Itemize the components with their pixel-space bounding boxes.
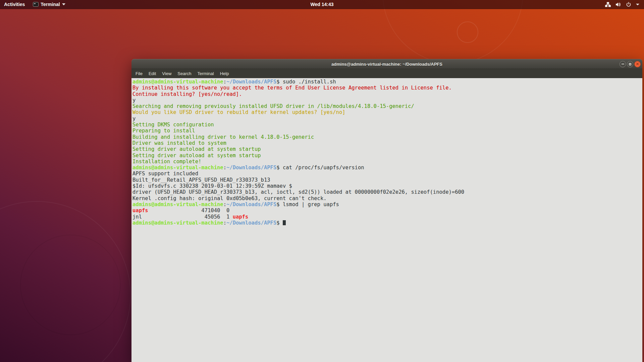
terminal-line: APFS support included (132, 171, 642, 177)
close-icon: ✕ (636, 62, 639, 66)
terminal-cursor (283, 220, 286, 225)
close-button[interactable]: ✕ (634, 61, 641, 67)
terminal-line: admins@admins-virtual-machine:~/Download… (132, 79, 642, 85)
terminal-line: admins@admins-virtual-machine:~/Download… (132, 220, 642, 226)
menu-edit[interactable]: Edit (146, 70, 159, 77)
window-title-bar[interactable]: admins@admins-virtual-machine: ~/Downloa… (131, 59, 642, 69)
terminal-line: Building and installing driver to kernel… (132, 134, 642, 140)
terminal-line: Kernel .config hash: original 0xd05b0e63… (132, 195, 642, 201)
power-icon (626, 2, 631, 7)
maximize-icon (629, 63, 631, 65)
terminal-line: jnl 45056 1 uapfs (132, 214, 642, 220)
wallpaper-circle-decoration (457, 21, 478, 43)
terminal-line: By installing this software you accept t… (132, 85, 642, 91)
activities-button[interactable]: Activities (0, 0, 29, 9)
top-panel: Activities Terminal Wed 14:43 (0, 0, 644, 9)
terminal-menu-bar: File Edit View Search Terminal Help (131, 69, 642, 78)
minimize-icon (622, 64, 624, 64)
terminal-line: y (132, 116, 642, 122)
minimize-button[interactable] (620, 61, 626, 67)
menu-file[interactable]: File (132, 70, 146, 77)
app-menu-label: Terminal (41, 2, 60, 7)
terminal-line: uapfs 471040 0 (132, 207, 642, 214)
chevron-down-icon (636, 4, 639, 5)
terminal-line: Built_for__Retail_APFS_UFSD_HEAD_r330373… (132, 177, 642, 183)
terminal-line: Continue installing? [yes/no/read]. (132, 91, 642, 97)
terminal-line: admins@admins-virtual-machine:~/Download… (132, 201, 642, 207)
terminal-line: Setting driver autoload at system startu… (132, 153, 642, 159)
app-menu-terminal[interactable]: Terminal (29, 0, 69, 9)
chevron-down-icon (62, 3, 65, 5)
terminal-line: Driver was installed to system (132, 140, 642, 146)
terminal-line: Would you like UFSD driver to rebuild af… (132, 109, 642, 115)
activities-label: Activities (4, 2, 25, 7)
terminal-line: y (132, 97, 642, 103)
terminal-line: $Id: ufsdvfs.c 330238 2019-03-01 12:39:5… (132, 183, 642, 189)
clock[interactable]: Wed 14:43 (307, 0, 337, 8)
terminal-line: Installation complete! (132, 159, 642, 165)
terminal-line: admins@admins-virtual-machine:~/Download… (132, 165, 642, 171)
menu-search[interactable]: Search (174, 70, 194, 77)
terminal-line: driver (UFSD_HEAD UFSD_HEAD_r330373_b13,… (132, 189, 642, 195)
terminal-window: admins@admins-virtual-machine: ~/Downloa… (131, 59, 642, 362)
network-wired-icon (605, 2, 611, 7)
system-status-area[interactable] (600, 0, 644, 9)
menu-help[interactable]: Help (217, 70, 232, 77)
wallpaper-circle-decoration (382, 0, 523, 64)
terminal-app-icon (33, 2, 39, 7)
window-title: admins@admins-virtual-machine: ~/Downloa… (331, 62, 442, 67)
terminal-line: Searching and removing previously instal… (132, 103, 642, 109)
terminal-line: Setting DKMS configuration (132, 122, 642, 128)
terminal-line: Setting driver autoload at system startu… (132, 146, 642, 152)
menu-view[interactable]: View (159, 70, 174, 77)
terminal-line: Preparing to install (132, 128, 642, 134)
wallpaper-circle-decoration (20, 235, 121, 335)
terminal-output[interactable]: admins@admins-virtual-machine:~/Download… (131, 78, 642, 362)
menu-terminal[interactable]: Terminal (195, 70, 217, 77)
volume-icon (615, 2, 621, 7)
maximize-button[interactable] (627, 61, 633, 67)
